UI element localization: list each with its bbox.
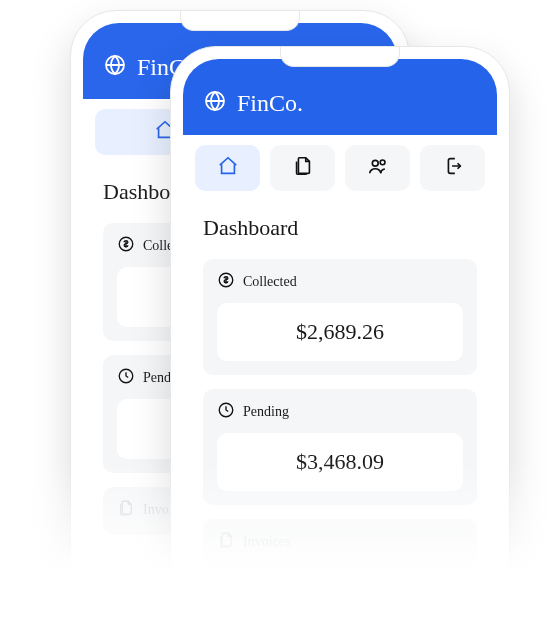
card-invoices-label: Invoices [243, 534, 290, 550]
documents-icon [217, 531, 235, 553]
page-title: Dashboard [203, 215, 477, 241]
phone-notch [180, 11, 300, 31]
card-pending: Pending $3,468.09 [203, 389, 477, 505]
app-header: FinCo. [183, 59, 497, 135]
logout-icon [442, 155, 464, 181]
card-pending-value: $3,468.09 [217, 433, 463, 491]
globe-icon [103, 53, 127, 81]
nav-tabs [183, 135, 497, 201]
app-name: FinCo. [237, 90, 303, 117]
tab-home[interactable] [195, 145, 260, 191]
tab-customers[interactable] [345, 145, 410, 191]
tab-logout[interactable] [420, 145, 485, 191]
globe-icon [203, 89, 227, 117]
clock-icon [217, 401, 235, 423]
phone-mock-front: FinCo. [170, 46, 510, 620]
card-pending-label: Pending [243, 404, 289, 420]
card-invoices: Invoices [203, 519, 477, 567]
documents-icon [117, 499, 135, 521]
clock-icon [117, 367, 135, 389]
dollar-circle-icon [117, 235, 135, 257]
phone-notch [280, 47, 400, 67]
svg-point-4 [372, 160, 378, 166]
dollar-circle-icon [217, 271, 235, 293]
home-icon [217, 155, 239, 181]
documents-icon [292, 155, 314, 181]
users-icon [367, 155, 389, 181]
card-collected-value: $2,689.26 [217, 303, 463, 361]
svg-point-5 [380, 160, 385, 165]
card-collected-label: Collected [243, 274, 297, 290]
tab-documents[interactable] [270, 145, 335, 191]
card-collected: Collected $2,689.26 [203, 259, 477, 375]
